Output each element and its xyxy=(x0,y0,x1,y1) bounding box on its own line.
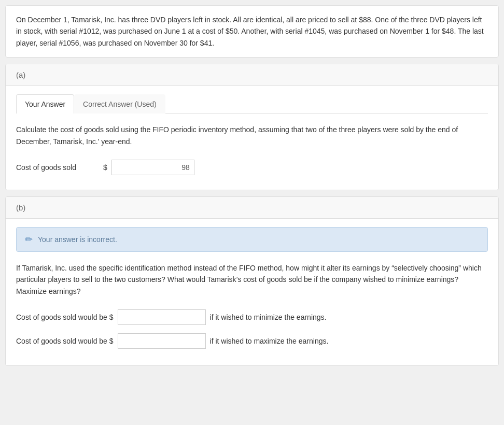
section-a-header: (a) xyxy=(6,64,498,86)
minimize-label: Cost of goods sold would be $ xyxy=(16,313,114,321)
intro-text: On December 1, Tamarisk, Inc. has three … xyxy=(16,14,488,49)
cost-of-goods-sold-row-a: Cost of goods sold $ xyxy=(16,160,488,175)
currency-symbol-a: $ xyxy=(103,163,107,172)
section-b-card: (b) ✏ Your answer is incorrect. If Tamar… xyxy=(5,196,499,366)
section-a-card: (a) Your Answer Correct Answer (Used) Ca… xyxy=(5,64,499,190)
section-b-label: (b) xyxy=(16,203,25,212)
maximize-suffix: if it wished to maximize the earnings. xyxy=(210,337,329,345)
tab-correct-answer[interactable]: Correct Answer (Used) xyxy=(74,94,165,114)
page-wrapper: On December 1, Tamarisk, Inc. has three … xyxy=(0,0,504,371)
minimize-input[interactable] xyxy=(118,309,206,325)
section-a-body: Your Answer Correct Answer (Used) Calcul… xyxy=(6,86,498,190)
tab-bar-a: Your Answer Correct Answer (Used) xyxy=(16,94,488,114)
cost-input-a[interactable] xyxy=(111,160,194,175)
minimize-suffix: if it wished to minimize the earnings. xyxy=(210,313,327,321)
section-b-header: (b) xyxy=(6,197,498,219)
cost-label-a: Cost of goods sold xyxy=(16,163,99,172)
maximize-label: Cost of goods sold would be $ xyxy=(16,337,114,345)
section-b-question: If Tamarisk, Inc. used the specific iden… xyxy=(16,262,488,297)
maximize-row: Cost of goods sold would be $ if it wish… xyxy=(16,333,488,349)
intro-card: On December 1, Tamarisk, Inc. has three … xyxy=(5,5,499,58)
minimize-row: Cost of goods sold would be $ if it wish… xyxy=(16,309,488,325)
section-a-question: Calculate the cost of goods sold using t… xyxy=(16,124,488,147)
pencil-icon: ✏ xyxy=(25,234,33,245)
tab-your-answer[interactable]: Your Answer xyxy=(16,94,74,114)
alert-text: Your answer is incorrect. xyxy=(38,235,117,244)
alert-box: ✏ Your answer is incorrect. xyxy=(16,227,488,252)
maximize-input[interactable] xyxy=(118,333,206,349)
section-b-body: ✏ Your answer is incorrect. If Tamarisk,… xyxy=(6,219,498,365)
section-a-label: (a) xyxy=(16,70,25,79)
